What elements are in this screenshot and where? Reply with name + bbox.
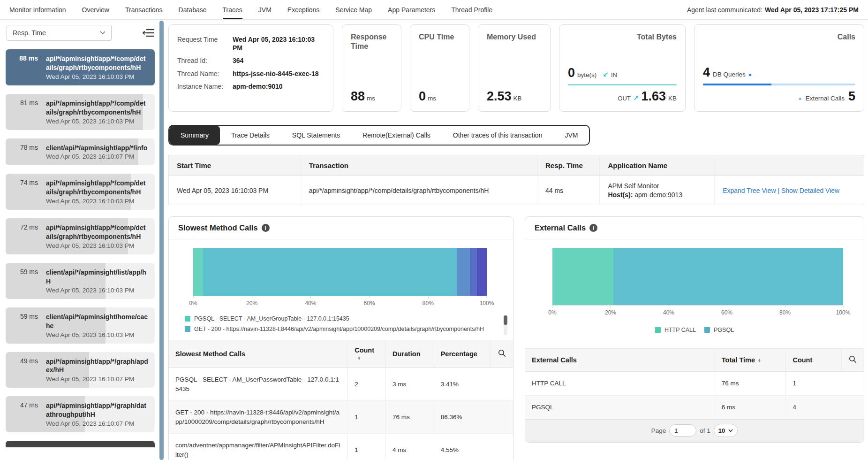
trace-response-time: 88 ms [6,54,46,80]
trace-timestamp: Wed Apr 05, 2023 16:10:03 PM [46,242,149,249]
bytes-out-value: 1.63 [641,89,666,104]
chart-legend: PGSQL - SELECT - AM_UserGroupTable - 127… [185,315,501,332]
method-count: 2 [348,368,386,401]
nav-item[interactable]: Monitor Information [9,0,66,19]
nav-items: Monitor InformationOverviewTransactionsD… [9,0,492,19]
legend-scrollbar[interactable] [504,315,507,335]
trace-response-time: 47 ms [6,401,46,427]
col-header-method: Slowest Method Calls [169,340,348,368]
tab[interactable]: JVM [553,126,589,145]
page-number-input[interactable] [669,424,696,437]
trace-timestamp: Wed Apr 05, 2023 16:10:03 PM [46,331,149,338]
request-info-row: Thread Name: https-jsse-nio-8445-exec-18 [177,69,325,78]
tab[interactable]: Summary [169,126,220,145]
trace-list-sidebar: Resp. Time 88 ms api/*/apminsight/app/ [0,20,159,460]
trace-list: 88 ms api/*/apminsight/app/*/comp/detail… [0,49,159,447]
trace-list-item[interactable]: 78 ms client/api/*/apminsight/app/*/info… [6,138,155,166]
chart-segment[interactable] [552,248,613,305]
col-header-external-calls: External Calls [525,349,715,372]
trace-list-item[interactable]: 59 ms client/api/*/apminsight/home/cache… [6,307,155,344]
col-header-count[interactable]: Count [348,340,386,368]
chart-segment[interactable] [470,248,476,296]
request-info-value: apm-demo:9010 [233,82,283,91]
tab[interactable]: SQL Statements [281,126,351,145]
search-icon [498,349,506,358]
info-icon[interactable] [589,224,597,232]
sort-by-dropdown[interactable]: Resp. Time [7,25,112,41]
trace-list-item-partial[interactable] [6,441,155,447]
sort-icon[interactable] [758,359,761,362]
expand-tree-view-link[interactable]: Expand Tree View [723,187,776,194]
method-call-row[interactable]: PGSQL - SELECT - AM_UserPasswordTable - … [169,368,513,401]
sort-by-value: Resp. Time [13,29,46,37]
external-call-total-time: 6 ms [715,395,786,419]
sidebar-scrollbar[interactable] [159,21,164,460]
db-queries-dot-icon [748,70,752,78]
trace-list-item[interactable]: 88 ms api/*/apminsight/app/*/comp/detail… [6,49,155,85]
chart-segment[interactable] [193,248,203,296]
trace-list-item[interactable]: 49 ms api/*/apminsight/app/*/graph/apdex… [6,352,155,388]
trace-list-item[interactable]: 59 ms client/api/*/apminsight/list/app/h… [6,263,155,299]
sort-icon[interactable] [357,356,361,360]
col-header-total-time[interactable]: Total Time [715,349,786,372]
method-call-row[interactable]: com/adventnet/appmanager/filter/APMInsig… [169,434,513,460]
nav-item[interactable]: Database [179,0,207,19]
page-size-select[interactable]: 10 [714,424,738,437]
chart-legend: HTTP CALL PGSQL [525,327,864,337]
trace-list-item[interactable]: 81 ms api/*/apminsight/app/*/comp/detail… [6,94,155,130]
page-of-label: of 1 [700,427,710,434]
chart-segment[interactable] [203,248,457,296]
memory-used-unit: KB [513,95,522,102]
col-header-actions [715,155,864,176]
chart-segment[interactable] [613,248,843,305]
slowest-method-calls-panel: Slowest Method Calls 0%20%40%60%80%100% … [168,216,513,460]
external-call-row[interactable]: PGSQL 6 ms 4 [525,395,864,419]
legend-label: GET - 200 - https://navin-11328-t:8446/a… [194,326,484,332]
trace-list-item[interactable]: 47 ms api/*/apminsight/app/*/graph/datat… [6,396,155,432]
col-header-count: Count [786,349,842,372]
collapse-sidebar-button[interactable] [143,28,155,38]
tab[interactable]: Remote(External) Calls [351,126,442,145]
table-search-button[interactable] [491,340,513,368]
nav-item[interactable]: Transactions [125,0,163,19]
nav-item[interactable]: App Parameters [388,0,435,19]
legend-swatch [185,326,190,332]
legend-scrollbar-thumb[interactable] [504,315,507,325]
chart-segment[interactable] [457,248,470,296]
axis-tick-label: 60% [364,300,375,307]
col-header-percentage: Percentage [434,340,491,368]
info-icon[interactable] [262,224,270,232]
nav-item[interactable]: JVM [258,0,272,19]
show-detailed-view-link[interactable]: Show Detailed View [781,187,839,194]
axis-tick-label: 100% [836,309,851,316]
method-name: GET - 200 - https://navin-11328-t:8446/a… [169,401,348,434]
nav-item[interactable]: Traces [223,0,242,19]
nav-item[interactable]: Service Map [335,0,372,19]
tab[interactable]: Trace Details [220,126,281,145]
trace-list-item[interactable]: 72 ms api/*/apminsight/app/*/comp/detail… [6,218,155,254]
table-search-button[interactable] [842,349,864,372]
trace-response-time: 59 ms [6,313,46,338]
legend-swatch [185,316,190,322]
summary-table: Start Time Transaction Resp. Time Applic… [168,155,864,205]
bytes-out-unit: KB [668,95,677,102]
tab[interactable]: Other traces of this transaction [442,126,554,145]
method-percentage: 86.36% [434,401,513,434]
method-name: com/adventnet/appmanager/filter/APMInsig… [169,434,348,460]
db-queries-value: 4 [703,65,710,80]
trace-list-item[interactable]: 74 ms api/*/apminsight/app/*/comp/detail… [6,174,155,210]
summary-actions: Expand Tree ViewShow Detailed View [715,176,864,205]
nav-item[interactable]: Thread Profile [451,0,492,19]
trace-transaction-path: api/*/apminsight/app/*/comp/details/grap… [46,55,145,71]
trace-transaction-path: client/api/*/apminsight/home/cache [46,313,148,330]
external-call-row[interactable]: HTTP CALL 76 ms 1 [525,372,864,396]
nav-item[interactable]: Exceptions [287,0,319,19]
trace-response-time: 72 ms [6,223,46,249]
slowest-method-calls-chart: 0%20%40%60%80%100% [169,239,513,308]
axis-tick-label: 60% [721,309,732,316]
chart-segment[interactable] [477,248,487,296]
trace-response-time: 78 ms [6,144,46,161]
method-call-row[interactable]: GET - 200 - https://navin-11328-t:8446/a… [169,401,513,434]
nav-item[interactable]: Overview [82,0,109,19]
external-calls-dot-icon [798,94,801,102]
